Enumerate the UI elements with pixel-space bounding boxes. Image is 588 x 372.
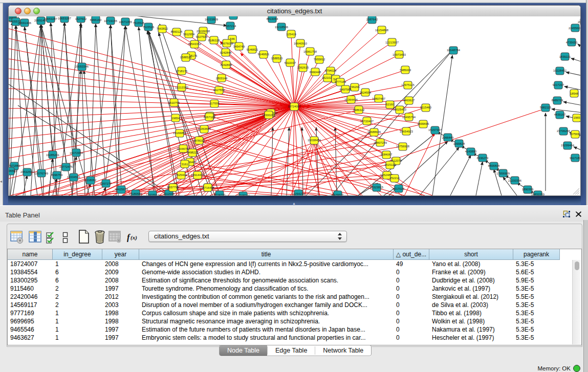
svg-text:10334531: 10334531 — [67, 176, 80, 179]
svg-text:16961758: 16961758 — [303, 50, 317, 53]
svg-text:22455603: 22455603 — [569, 27, 580, 30]
svg-text:21421297: 21421297 — [227, 16, 240, 17]
svg-text:10807487: 10807487 — [372, 97, 385, 100]
svg-text:16033809: 16033809 — [205, 18, 218, 21]
svg-text:2066449: 2066449 — [442, 136, 454, 139]
svg-text:7515526: 7515526 — [143, 26, 155, 29]
svg-text:4429607: 4429607 — [332, 193, 344, 195]
svg-text:8186328: 8186328 — [208, 39, 220, 42]
svg-text:9217207: 9217207 — [553, 83, 564, 86]
svg-text:10688609: 10688609 — [367, 130, 381, 134]
svg-text:8813054: 8813054 — [267, 17, 278, 20]
svg-text:8267110: 8267110 — [204, 116, 215, 119]
svg-text:5322037: 5322037 — [285, 61, 296, 64]
svg-text:117006: 117006 — [210, 102, 220, 105]
svg-text:1890399: 1890399 — [522, 188, 534, 191]
svg-text:20813640: 20813640 — [578, 20, 580, 24]
svg-text:9327505: 9327505 — [196, 35, 208, 38]
svg-text:24532561: 24532561 — [20, 170, 34, 173]
svg-text:6217026: 6217026 — [393, 187, 405, 190]
svg-text:15720407: 15720407 — [360, 120, 374, 123]
svg-text:19218506: 19218506 — [275, 26, 288, 29]
svg-text:18724007: 18724007 — [288, 105, 301, 108]
svg-text:1588520: 1588520 — [180, 56, 192, 59]
svg-text:7663822: 7663822 — [157, 27, 168, 30]
svg-text:3161: 3161 — [182, 163, 188, 166]
svg-text:16648784: 16648784 — [447, 49, 461, 52]
svg-text:12213383: 12213383 — [175, 86, 188, 89]
svg-text:9463627: 9463627 — [403, 99, 415, 102]
svg-text:10756928: 10756928 — [396, 145, 409, 148]
svg-text:62160: 62160 — [386, 103, 394, 106]
svg-text:1965: 1965 — [574, 116, 580, 119]
svg-text:6357277: 6357277 — [100, 182, 112, 185]
svg-text:9146821: 9146821 — [258, 53, 270, 56]
svg-text:1615112: 1615112 — [384, 163, 396, 166]
svg-text:125419: 125419 — [286, 33, 296, 36]
svg-text:19299464: 19299464 — [561, 144, 575, 147]
svg-text:13495794: 13495794 — [402, 116, 416, 119]
svg-text:23676038: 23676038 — [220, 42, 233, 45]
svg-text:21364436: 21364436 — [344, 98, 358, 101]
svg-text:1839221: 1839221 — [559, 55, 571, 58]
svg-text:(x): (x) — [130, 234, 137, 241]
svg-text:9146821: 9146821 — [247, 48, 258, 51]
svg-text:7671884: 7671884 — [9, 164, 20, 167]
svg-text:7986322: 7986322 — [353, 108, 365, 112]
svg-text:8242848: 8242848 — [221, 63, 232, 67]
svg-text:2087642: 2087642 — [366, 18, 378, 21]
svg-text:5878332: 5878332 — [193, 139, 205, 142]
svg-text:7955812: 7955812 — [314, 58, 325, 61]
svg-text:5682115: 5682115 — [540, 106, 551, 109]
svg-text:16640910: 16640910 — [294, 42, 307, 45]
svg-text:18807249: 18807249 — [374, 141, 387, 144]
svg-text:11353594: 11353594 — [198, 127, 211, 130]
svg-text:4143890: 4143890 — [465, 150, 477, 153]
svg-text:8806804: 8806804 — [488, 164, 500, 167]
svg-text:14914479: 14914479 — [191, 173, 204, 177]
svg-text:15157347: 15157347 — [428, 128, 442, 132]
svg-text:19654923: 19654923 — [400, 130, 413, 133]
svg-text:8660124: 8660124 — [171, 30, 183, 33]
svg-text:10323815: 10323815 — [370, 186, 383, 189]
svg-text:3912954: 3912954 — [183, 33, 195, 36]
svg-text:24425670: 24425670 — [115, 188, 128, 191]
svg-text:2803144: 2803144 — [216, 77, 228, 80]
svg-text:6990448: 6990448 — [310, 71, 321, 74]
svg-text:10025453: 10025453 — [393, 108, 406, 111]
svg-text:12213937: 12213937 — [385, 41, 399, 44]
svg-text:19832259: 19832259 — [531, 193, 545, 195]
svg-text:15180586: 15180586 — [129, 192, 142, 195]
svg-text:6966160: 6966160 — [90, 18, 102, 21]
svg-text:9699695: 9699695 — [418, 122, 429, 125]
svg-text:9242848: 9242848 — [220, 51, 232, 54]
svg-text:13748244: 13748244 — [236, 194, 250, 195]
svg-text:21200396: 21200396 — [508, 179, 521, 182]
svg-text:4112034: 4112034 — [163, 192, 175, 195]
svg-text:19654: 19654 — [171, 117, 180, 120]
svg-text:2718176: 2718176 — [176, 70, 188, 73]
svg-text:15716485: 15716485 — [201, 186, 214, 189]
svg-text:9777169: 9777169 — [335, 80, 346, 83]
svg-text:6794028: 6794028 — [325, 69, 337, 72]
svg-text:19653287: 19653287 — [44, 17, 57, 20]
svg-text:8224730: 8224730 — [214, 193, 226, 195]
svg-text:18300295: 18300295 — [262, 114, 275, 117]
svg-text:19285201: 19285201 — [46, 154, 59, 157]
svg-text:17956909: 17956909 — [496, 172, 510, 175]
svg-text:18548: 18548 — [570, 92, 578, 95]
svg-text:9115460: 9115460 — [420, 106, 431, 109]
svg-text:1527602: 1527602 — [75, 17, 87, 20]
svg-text:3624554: 3624554 — [360, 91, 372, 94]
svg-text:10653287: 10653287 — [58, 17, 71, 20]
svg-text:16072954: 16072954 — [70, 151, 83, 155]
svg-text:9498222: 9498222 — [187, 151, 199, 154]
svg-text:12975115: 12975115 — [401, 83, 414, 86]
svg-text:3454749: 3454749 — [233, 45, 245, 48]
svg-text:20691406: 20691406 — [18, 21, 31, 25]
svg-text:12416912: 12416912 — [146, 193, 159, 195]
svg-text:10543352: 10543352 — [188, 42, 201, 46]
svg-text:1362615: 1362615 — [297, 66, 309, 69]
svg-text:4735650: 4735650 — [566, 41, 578, 44]
svg-text:23226058: 23226058 — [197, 30, 210, 33]
